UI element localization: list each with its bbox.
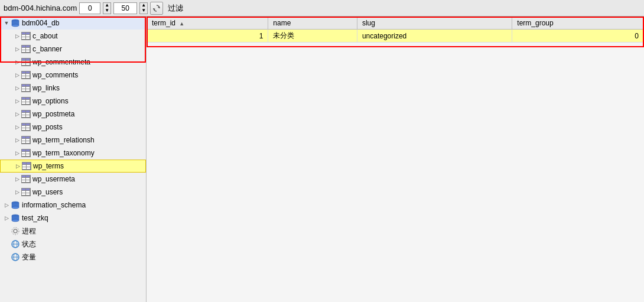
refresh-icon (152, 4, 161, 12)
cell-slug: uncategorized (357, 30, 512, 43)
globe-icon2 (11, 252, 20, 262)
table-icon (21, 58, 31, 66)
table-item-wp_users[interactable]: ▷ wp_users (0, 186, 146, 199)
svg-point-5 (12, 206, 19, 209)
special-item-process[interactable]: 进程 (0, 225, 146, 238)
table-label: wp_comments (32, 71, 78, 79)
table-icon (21, 123, 31, 131)
db-item-test_zkq[interactable]: ▷ test_zkq (0, 212, 146, 225)
table-icon (21, 84, 31, 92)
process-label: 进程 (22, 226, 36, 236)
table-label: wp_posts (32, 123, 63, 131)
offset-input[interactable] (79, 2, 100, 14)
expand-icon: ▷ (13, 97, 21, 105)
db-icon (11, 18, 20, 28)
col-name[interactable]: name (268, 17, 357, 30)
table-label: wp_postmeta (32, 110, 74, 118)
host-label: bdm-004.hichina.com (4, 4, 77, 12)
limit-spinner[interactable]: ▲ ▼ (139, 2, 148, 14)
col-term_id[interactable]: term_id ▲ (147, 17, 268, 30)
main-container: ▼ bdm004_db ▷ (0, 17, 644, 302)
table-label: wp_commentmeta (32, 58, 90, 66)
svg-point-2 (12, 24, 19, 27)
offset-spinner[interactable]: ▲ ▼ (103, 2, 111, 14)
sort-asc-icon: ▲ (179, 21, 184, 27)
cell-term_id: 1 (147, 30, 268, 43)
expand-icon (2, 227, 11, 235)
col-header-label: term_group (517, 19, 553, 27)
expand-icon: ▷ (13, 123, 21, 131)
table-label: c_banner (32, 45, 62, 53)
table-label: wp_options (32, 97, 69, 105)
expand-icon: ▷ (13, 71, 21, 79)
refresh-button[interactable] (150, 2, 163, 15)
cell-name: 未分类 (268, 30, 357, 43)
db-label: test_zkq (22, 214, 48, 222)
col-term_group[interactable]: term_group (512, 17, 644, 30)
table-item-wp_postmeta[interactable]: ▷ wp_postmeta (0, 108, 146, 121)
table-item-wp_links[interactable]: ▷ wp_links (0, 82, 146, 95)
table-label: wp_term_taxonomy (32, 149, 95, 157)
content-area: term_id ▲ name slug term_group (147, 17, 644, 302)
table-item-wp_terms[interactable]: ▷ wp_terms (0, 160, 146, 173)
expand-icon: ▷ (2, 201, 11, 209)
col-slug[interactable]: slug (357, 17, 512, 30)
table-item-wp_term_relationsh[interactable]: ▷ wp_term_relationsh (0, 134, 146, 147)
db-label: information_schema (22, 201, 86, 209)
db-item-information_schema[interactable]: ▷ information_schema (0, 199, 146, 212)
expand-icon (2, 240, 11, 248)
table-item-wp_term_taxonomy[interactable]: ▷ wp_term_taxonomy (0, 147, 146, 160)
table-item-wp_usermeta[interactable]: ▷ wp_usermeta (0, 173, 146, 186)
db-icon (11, 200, 20, 210)
svg-point-8 (12, 219, 19, 222)
status-label: 状态 (22, 239, 36, 249)
table-item-c_about[interactable]: ▷ c_about (0, 30, 146, 43)
table-item-wp_posts[interactable]: ▷ wp_posts (0, 121, 146, 134)
table-label: wp_users (32, 188, 63, 196)
expand-icon: ▷ (13, 175, 21, 183)
toolbar: bdm-004.hichina.com ▲ ▼ ▲ ▼ 过滤 (0, 0, 644, 17)
gear-icon (11, 226, 20, 236)
table-icon (21, 149, 31, 157)
table-label: wp_terms (33, 162, 64, 170)
expand-icon: ▷ (13, 149, 21, 157)
table-row[interactable]: 1 未分类 uncategorized 0 (147, 30, 644, 43)
sidebar: ▼ bdm004_db ▷ (0, 17, 147, 302)
table-item-c_banner[interactable]: ▷ c_banner (0, 43, 146, 56)
expand-icon: ▷ (13, 32, 21, 40)
globe-icon (11, 239, 20, 249)
expand-icon (2, 253, 11, 261)
expand-icon: ▷ (14, 162, 22, 170)
table-icon (21, 110, 31, 118)
table-item-wp_comments[interactable]: ▷ wp_comments (0, 69, 146, 82)
col-header-label: slug (362, 19, 375, 27)
expand-icon: ▷ (13, 58, 21, 66)
table-item-wp_options[interactable]: ▷ wp_options (0, 95, 146, 108)
limit-input[interactable] (113, 2, 137, 14)
db-icon (11, 213, 20, 223)
db-root-item[interactable]: ▼ bdm004_db (0, 17, 146, 30)
table-item-wp_commentmeta[interactable]: ▷ wp_commentmeta (0, 56, 146, 69)
spinner-down-icon[interactable]: ▼ (103, 8, 110, 14)
cell-term_group: 0 (512, 30, 644, 43)
data-table: term_id ▲ name slug term_group (147, 17, 644, 43)
expand-icon: ▷ (13, 84, 21, 92)
table-icon (21, 71, 31, 79)
table-label: c_about (32, 32, 58, 40)
special-item-variables[interactable]: 变量 (0, 251, 146, 264)
table-icon (21, 188, 31, 196)
svg-point-10 (12, 228, 19, 235)
table-icon (21, 32, 31, 40)
svg-point-9 (14, 229, 17, 233)
spinner-down-icon2[interactable]: ▼ (140, 8, 147, 14)
expand-icon: ▷ (13, 188, 21, 196)
special-item-status[interactable]: 状态 (0, 238, 146, 251)
col-header-label: name (273, 19, 291, 27)
expand-icon: ▷ (13, 136, 21, 144)
expand-icon: ▷ (2, 214, 11, 222)
expand-icon: ▼ (2, 19, 11, 27)
table-icon (21, 45, 31, 53)
col-header-label: term_id (152, 19, 175, 27)
table-label: wp_usermeta (32, 175, 75, 183)
expand-icon: ▷ (13, 110, 21, 118)
